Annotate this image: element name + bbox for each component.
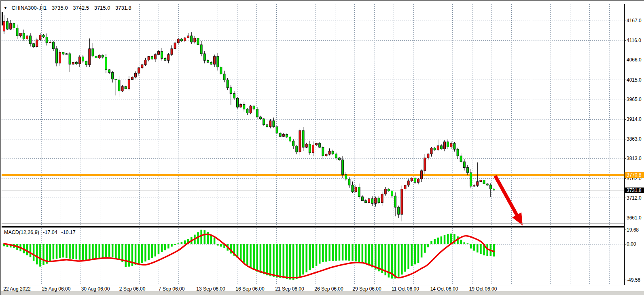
macd-signal-value: -10.17 [61,230,75,235]
time-axis-label: 14 Oct 06:00 [425,286,464,292]
price-axis-label: 4116.0 [627,38,641,43]
macd-axis-label: 0.00 [627,241,636,247]
time-axis-label: 21 Sep 06:00 [270,286,309,292]
price-axis-label: 3712.0 [627,195,642,201]
ohlc-low-value: 3715.0 [94,5,110,11]
time-axis-label: 29 Sep 06:00 [347,286,386,292]
time-axis-label: 22 Aug 2022 [0,286,36,292]
macd-name: MACD(12,26,9) [4,230,39,235]
ohlc-high-value: 3742.5 [73,5,89,11]
time-axis-label: 30 Aug 06:00 [76,286,115,292]
time-axis-label: 7 Sep 06:00 [152,286,191,292]
macd-axis-label: 19.68 [627,227,639,233]
price-axis-label: 3863.0 [627,136,642,142]
time-axis-label: 11 Oct 06:00 [386,286,425,292]
symbol-period-label: CHINA300-,H1 [12,5,47,11]
time-axis-label: 19 Oct 06:00 [464,286,502,292]
ohlc-open-value: 3735.0 [52,5,68,11]
clipped-candle [2,12,3,25]
horizontal-price-line[interactable] [2,174,624,176]
chart-canvas[interactable] [1,1,644,295]
price-axis-label: 3661.0 [627,215,642,221]
chart-window: ▼ CHINA300-,H1 3735.0 3742.5 3715.0 3731… [0,0,644,295]
symbol-dropdown-icon[interactable]: ▼ [4,6,7,10]
price-axis-label: 3813.0 [627,156,642,161]
time-axis-label: 16 Sep 06:00 [231,286,269,292]
price-axis-label: 4167.0 [627,18,642,23]
macd-indicator-label: MACD(12,26,9) -17.04 -10.17 [4,230,76,235]
panel-borders [2,4,627,285]
time-axis-label: 25 Aug 06:00 [37,286,76,292]
price-axis-label: 4015.0 [627,77,642,83]
macd-histogram [3,230,495,280]
panel-splitter[interactable] [1,225,624,229]
macd-axis-label: -49.56 [627,277,640,283]
last-price-badge: 3731.8 [625,188,644,193]
macd-main-value: -17.04 [43,230,57,235]
time-axis-label: 26 Sep 06:00 [309,286,348,292]
time-axis-label: 13 Sep 06:00 [191,286,230,292]
macd-signal-line [4,234,494,278]
hline-price-badge: 3770.8 [625,172,644,178]
time-axis-label: 2 Sep 06:00 [113,286,152,292]
ohlc-close-value: 3731.8 [115,5,131,11]
chart-title: ▼ CHINA300-,H1 3735.0 3742.5 3715.0 3731… [4,5,131,11]
price-axis-label: 3914.0 [627,116,642,122]
price-axis-label: 4066.0 [627,57,642,63]
price-axis-label: 3965.0 [627,97,642,102]
